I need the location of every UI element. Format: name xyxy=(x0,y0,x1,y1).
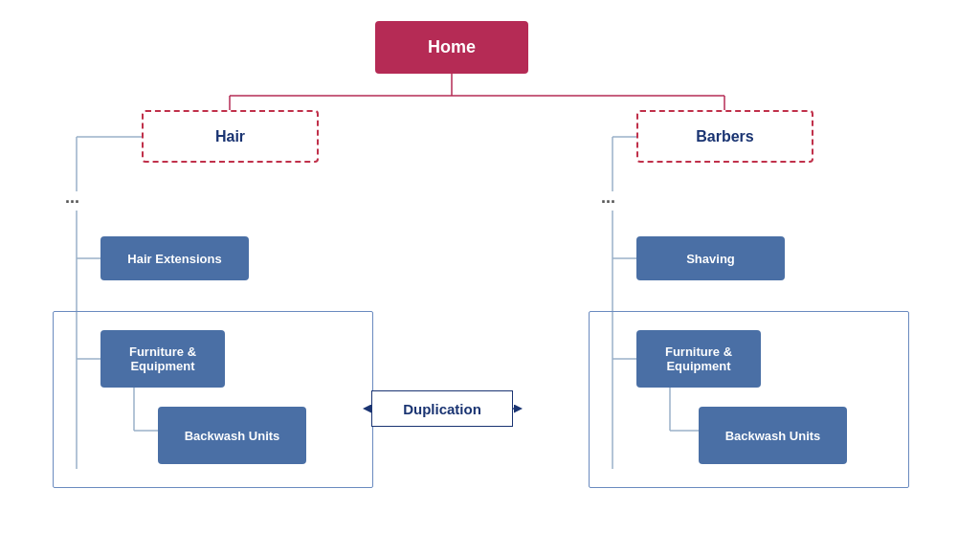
duplication-box: Duplication xyxy=(371,390,513,427)
left-dots: ... xyxy=(65,188,79,208)
shaving-label: Shaving xyxy=(686,252,735,266)
backwash-units-left-label: Backwash Units xyxy=(185,429,280,443)
shaving-node: Shaving xyxy=(636,236,785,280)
furniture-equipment-right-node: Furniture & Equipment xyxy=(636,330,761,388)
home-label: Home xyxy=(428,37,476,57)
hair-node: Hair xyxy=(142,110,319,163)
furniture-equipment-right-label: Furniture & Equipment xyxy=(665,344,732,373)
barbers-node: Barbers xyxy=(636,110,813,163)
hair-extensions-node: Hair Extensions xyxy=(100,236,249,280)
furniture-equipment-left-label: Furniture & Equipment xyxy=(129,344,196,373)
hair-label: Hair xyxy=(215,128,245,145)
barbers-label: Barbers xyxy=(696,128,753,145)
home-node: Home xyxy=(375,21,528,74)
right-dots: ... xyxy=(601,188,615,208)
duplication-label: Duplication xyxy=(403,401,481,417)
diagram: Home Hair Barbers ... Hair Extensions Fu… xyxy=(0,0,980,533)
backwash-units-right-node: Backwash Units xyxy=(699,407,847,464)
hair-extensions-label: Hair Extensions xyxy=(127,252,221,266)
furniture-equipment-left-node: Furniture & Equipment xyxy=(100,330,225,388)
backwash-units-right-label: Backwash Units xyxy=(725,429,821,443)
backwash-units-left-node: Backwash Units xyxy=(158,407,306,464)
